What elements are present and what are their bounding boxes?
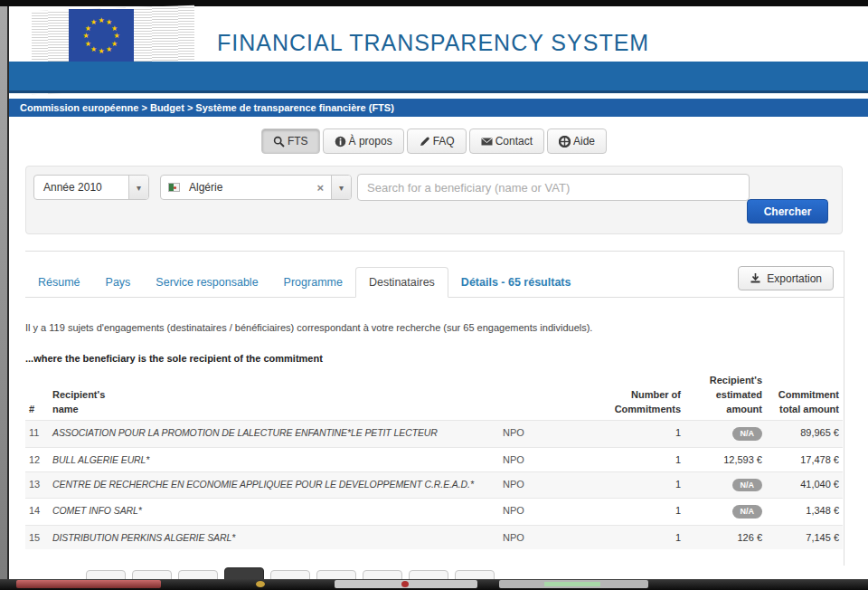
nav-item-label: Aide (573, 135, 595, 148)
nav-item-aide[interactable]: Aide (547, 128, 607, 154)
recipient-name: ASSOCIATION POUR LA PROMOTION DE LALECTU… (49, 420, 499, 447)
header-blue-band (9, 62, 868, 93)
eu-flag-logo: ★★★ ★★★ ★★★ ★★★ (69, 9, 134, 62)
commitment-count: 1 (590, 526, 684, 550)
help-icon (559, 136, 571, 148)
top-frame-bar (0, 0, 868, 6)
commitment-count: 1 (590, 499, 684, 526)
svg-text:★: ★ (85, 40, 91, 48)
beneficiary-search-box (357, 174, 750, 201)
nav-item-fts[interactable]: FTS (261, 128, 320, 154)
left-frame-strip (0, 6, 7, 590)
breadcrumb[interactable]: Commission européenne > Budget > Système… (9, 99, 868, 117)
svg-text:★: ★ (98, 47, 104, 55)
tab-destinataires[interactable]: Destinataires (355, 267, 448, 298)
nav-item-faq[interactable]: FAQ (407, 128, 467, 154)
nav-item-contact[interactable]: Contact (469, 128, 544, 154)
na-badge: N/A (732, 479, 763, 492)
taskbar-item[interactable] (335, 580, 477, 588)
total-amount: 7,145 € (766, 526, 843, 550)
left-frame-line (7, 6, 9, 590)
recipient-type: NPO (499, 526, 590, 550)
taskbar (0, 579, 868, 590)
col-header-total: Commitment total amount (766, 371, 843, 420)
svg-text:★: ★ (98, 16, 104, 24)
search-button[interactable]: Chercher (747, 199, 828, 224)
row-num: 12 (25, 447, 49, 471)
commitment-count: 1 (590, 471, 684, 499)
recipient-name: BULL ALGERIE EURL* (49, 447, 499, 471)
estimated-amount: N/A (684, 471, 766, 499)
tab-resume[interactable]: Résumé (25, 268, 93, 297)
table-row[interactable]: 13 CENTRE DE RECHERCHE EN ECONOMIE APPLI… (25, 471, 843, 499)
taskbar-item[interactable] (256, 581, 265, 587)
envelope-icon (481, 136, 493, 148)
svg-text:★: ★ (82, 32, 89, 40)
eu-stars-icon: ★★★ ★★★ ★★★ ★★★ (69, 9, 134, 62)
total-amount: 41,040 € (766, 471, 843, 499)
nav-item-label: À propos (349, 135, 392, 148)
svg-text:★: ★ (90, 45, 97, 53)
estimated-amount: 126 € (684, 526, 766, 550)
results-box-top-border (25, 251, 844, 252)
download-icon (750, 272, 761, 284)
tab-pays[interactable]: Pays (93, 268, 144, 297)
col-header-name: Recipient's name (49, 371, 499, 420)
tab-service-responsable[interactable]: Service responsable (143, 268, 270, 297)
export-button-label: Exportation (767, 272, 822, 285)
svg-text:★: ★ (111, 40, 118, 48)
chevron-down-icon[interactable]: ▾ (128, 176, 148, 199)
nav-item-label: FAQ (433, 135, 455, 148)
export-button[interactable]: Exportation (738, 266, 834, 290)
table-row[interactable]: 14 COMET INFO SARL* NPO 1 N/A 1,348 € (25, 499, 843, 526)
estimated-amount: N/A (684, 420, 766, 447)
row-num: 13 (25, 471, 49, 499)
row-num: 14 (25, 499, 49, 526)
beneficiary-search-input[interactable] (358, 175, 749, 200)
recipient-name: COMET INFO SARL* (49, 499, 499, 526)
table-row[interactable]: 15 DISTRIBUTION PERKINS ALGERIE SARL* NP… (25, 526, 843, 550)
col-header-commitments: Number of Commitments (590, 371, 684, 420)
nav-item-label: FTS (288, 135, 308, 148)
taskbar-item[interactable] (499, 580, 648, 588)
row-num: 15 (25, 526, 49, 550)
country-select[interactable]: Algérie × ▾ (160, 175, 352, 200)
main-nav: FTS À propos FAQ Contact (0, 128, 868, 154)
year-select[interactable]: Année 2010 ▾ (33, 175, 149, 200)
search-filter-panel: Année 2010 ▾ Algérie × ▾ Chercher (25, 166, 843, 234)
results-summary: Il y a 119 sujets d'engagements (destina… (25, 322, 592, 333)
tab-details[interactable]: Détails - 65 résultats (448, 268, 584, 297)
recipient-name: CENTRE DE RECHERCHE EN ECONOMIE APPLIQUE… (49, 471, 499, 499)
tab-programme[interactable]: Programme (271, 268, 355, 297)
clear-country-icon[interactable]: × (309, 181, 331, 195)
table-row[interactable]: 12 BULL ALGERIE EURL* NPO 1 12,593 € 17,… (25, 447, 843, 471)
search-icon (273, 136, 285, 148)
na-badge: N/A (732, 505, 763, 519)
results-tabs: Résumé Pays Service responsable Programm… (25, 268, 844, 298)
estimated-amount: 12,593 € (684, 447, 766, 471)
section-title: ...where the beneficiary is the sole rec… (25, 353, 323, 364)
recipients-table: # Recipient's name Number of Commitments… (25, 371, 843, 549)
estimated-amount: N/A (684, 499, 766, 526)
total-amount: 89,965 € (766, 420, 843, 447)
taskbar-item[interactable] (16, 580, 161, 588)
total-amount: 1,348 € (766, 499, 843, 526)
info-icon (335, 136, 346, 148)
country-select-value: Algérie (180, 181, 309, 194)
svg-text:★: ★ (106, 45, 112, 53)
svg-text:★: ★ (90, 18, 97, 26)
commitment-count: 1 (590, 420, 684, 447)
algeria-flag-icon (168, 183, 180, 192)
recipient-type: NPO (499, 471, 590, 499)
nav-item-a-propos[interactable]: À propos (323, 128, 404, 154)
recipient-type: NPO (499, 420, 590, 447)
fts-page: ★★★ ★★★ ★★★ ★★★ European Commission FINA… (0, 0, 868, 590)
na-badge: N/A (732, 427, 763, 441)
pencil-icon (419, 136, 430, 148)
table-row[interactable]: 11 ASSOCIATION POUR LA PROMOTION DE LALE… (25, 420, 843, 447)
chevron-down-icon[interactable]: ▾ (331, 176, 351, 199)
recipient-type: NPO (499, 447, 590, 471)
nav-item-label: Contact (495, 135, 533, 148)
col-header-estimated: Recipient's estimated amount (684, 371, 766, 420)
col-header-type (499, 371, 590, 420)
